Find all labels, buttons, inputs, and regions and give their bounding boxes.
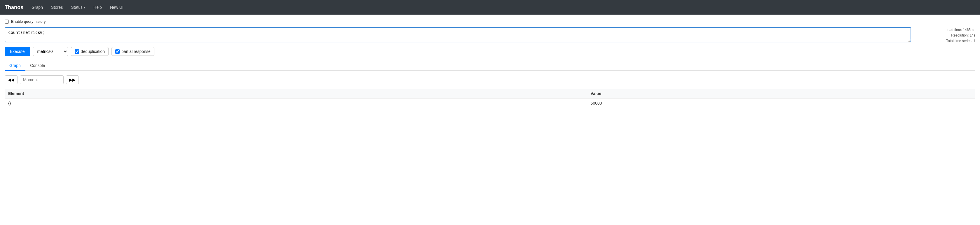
nav-link-newui[interactable]: New UI [107,3,127,12]
cell-element: {} [5,99,587,108]
nav-link-graph[interactable]: Graph [28,3,46,12]
col-header-element: Element [5,89,587,99]
query-history-label: Enable query history [11,19,46,24]
moment-input[interactable] [20,75,64,84]
nav-menu: Graph Stores Status ▾ Help New UI [28,3,127,12]
deduplication-checkbox-btn[interactable]: deduplication [71,47,109,56]
query-input-wrapper: count(metrics0) Load time: 1465ms Resolu… [5,27,975,43]
table-row: {} 60000 [5,99,975,108]
deduplication-checkbox[interactable] [75,49,79,54]
graph-controls: ◀◀ ▶▶ [5,75,975,84]
results-table: Element Value {} 60000 [5,89,975,108]
cell-value: 60000 [587,99,975,108]
total-series-text: Total time series: 1 [945,38,975,44]
col-header-value: Value [587,89,975,99]
nav-item-help: Help [90,3,105,12]
nav-item-status: Status ▾ [67,3,89,12]
nav-link-help[interactable]: Help [90,3,105,12]
results-table-header: Element Value [5,89,975,99]
tabs-row: Graph Console [5,61,975,71]
tab-graph[interactable]: Graph [5,61,25,71]
nav-item-graph: Graph [28,3,46,12]
partial-response-checkbox[interactable] [115,49,120,54]
results-header-row: Element Value [5,89,975,99]
nav-item-stores: Stores [48,3,66,12]
deduplication-label: deduplication [81,49,105,54]
query-history-checkbox[interactable] [5,19,9,24]
load-time-info: Load time: 1465ms Resolution: 14s Total … [945,27,975,44]
prev-button[interactable]: ◀◀ [5,75,18,84]
tab-console[interactable]: Console [25,61,49,71]
load-time-text: Load time: 1465ms [945,27,975,33]
nav-link-status[interactable]: Status ▾ [67,3,89,12]
query-textarea[interactable]: count(metrics0) [5,27,911,42]
results-table-body: {} 60000 [5,99,975,108]
partial-response-checkbox-btn[interactable]: partial response [111,47,154,56]
navbar: Thanos Graph Stores Status ▾ Help New UI [0,0,980,14]
execute-button[interactable]: Execute [5,47,30,56]
status-dropdown-arrow: ▾ [84,6,85,9]
nav-link-stores[interactable]: Stores [48,3,66,12]
resolution-text: Resolution: 14s [945,33,975,38]
partial-response-label: partial response [121,49,151,54]
main-content: Enable query history count(metrics0) Loa… [0,14,980,113]
next-button[interactable]: ▶▶ [66,75,79,84]
nav-item-newui: New UI [107,3,127,12]
brand-logo[interactable]: Thanos [5,5,23,11]
store-select[interactable]: metrics0 [33,47,68,56]
query-history-row: Enable query history [5,19,975,24]
execute-row: Execute metrics0 deduplication partial r… [5,47,975,56]
